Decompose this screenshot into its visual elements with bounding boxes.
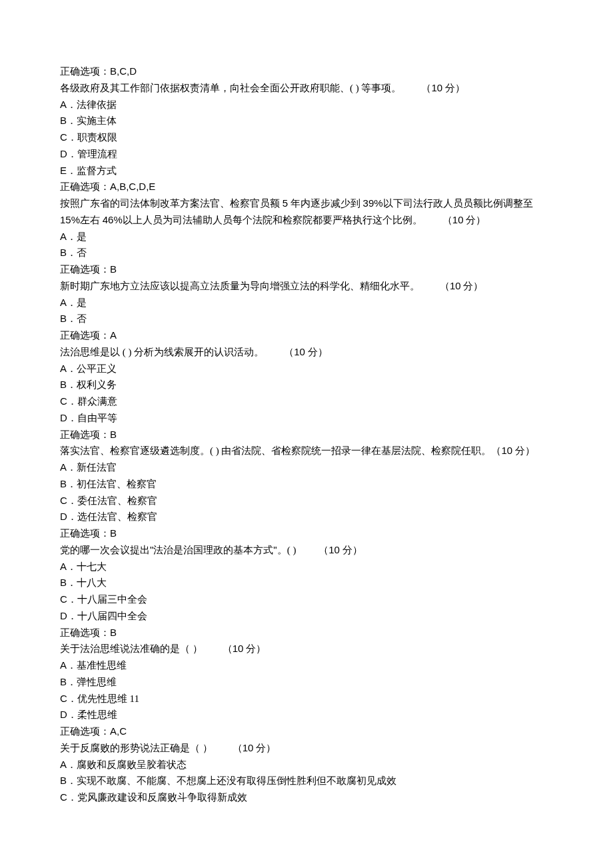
answer-value: A: [110, 329, 117, 341]
option-c: C．委任法官、检察官: [60, 493, 553, 509]
answer-value: B: [110, 627, 117, 638]
question-block: 党的哪一次会议提出"法治是治国理政的基本方式"。( ) （10 分） A．十七大…: [60, 542, 553, 641]
option-a: A．是: [60, 295, 553, 311]
answer-value: B: [110, 527, 117, 539]
option-a: A．新任法官: [60, 459, 553, 476]
option-a: A．十七大: [60, 559, 553, 575]
answer-line: 正确选项：B,C,D: [60, 63, 553, 80]
option-b: B．十八大: [60, 575, 553, 591]
answer-value: B,C,D: [110, 65, 137, 77]
answer-value: B: [110, 263, 117, 275]
question-block: 落实法官、检察官逐级遴选制度。( ) 由省法院、省检察院统一招录一律在基层法院、…: [60, 443, 553, 542]
question-block: 法治思维是以 ( ) 分析为线索展开的认识活动。 （10 分） A．公平正义 B…: [60, 344, 553, 443]
option-a: A．基准性思维: [60, 657, 553, 674]
option-b: B．权利义务: [60, 377, 553, 393]
answer-line: 正确选项：A,C: [60, 723, 553, 740]
option-b: B．否: [60, 245, 553, 261]
question-text: 党的哪一次会议提出"法治是治国理政的基本方式"。( ) （10 分）: [60, 542, 553, 559]
question-text: 法治思维是以 ( ) 分析为线索展开的认识活动。 （10 分）: [60, 344, 553, 361]
option-a: A．公平正义: [60, 361, 553, 377]
option-a: A．是: [60, 229, 553, 245]
option-c: C．优先性思维 11: [60, 691, 553, 707]
document-content: 正确选项：B,C,D 各级政府及其工作部门依据权责清单，向社会全面公开政府职能、…: [60, 63, 553, 806]
question-block: 按照广东省的司法体制改革方案法官、检察官员额 5 年内逐步减少到 39%以下司法…: [60, 195, 553, 278]
option-b: B．初任法官、检察官: [60, 476, 553, 493]
answer-value: B: [110, 429, 117, 440]
answer-line: 正确选项：B: [60, 261, 553, 278]
question-block: 新时期广东地方立法应该以提高立法质量为导向增强立法的科学化、精细化水平。 （10…: [60, 278, 553, 344]
option-d: D．选任法官、检察官: [60, 509, 553, 525]
answer-line: 正确选项：B: [60, 625, 553, 641]
option-e: E．监督方式: [60, 163, 553, 179]
option-b: B．弹性思维: [60, 674, 553, 691]
answer-line: 正确选项：B: [60, 525, 553, 542]
option-a: A．腐败和反腐败呈胶着状态: [60, 757, 553, 773]
question-text: 关于反腐败的形势说法正确是（ ） （10 分）: [60, 740, 553, 757]
answer-line: 正确选项：B: [60, 427, 553, 443]
question-text: 各级政府及其工作部门依据权责清单，向社会全面公开政府职能、( ) 等事项。 （1…: [60, 80, 553, 97]
answer-line: 正确选项：A: [60, 327, 553, 344]
answer-line: 正确选项：A,B,C,D,E: [60, 179, 553, 195]
answer-value: A,B,C,D,E: [110, 181, 155, 192]
answer-value: A,C: [110, 725, 127, 737]
question-text: 关于法治思维说法准确的是（ ） （10 分）: [60, 641, 553, 657]
option-d: D．柔性思维: [60, 707, 553, 723]
option-c: C．党风廉政建设和反腐败斗争取得新成效: [60, 789, 553, 806]
option-b: B．实施主体: [60, 113, 553, 129]
question-text: 落实法官、检察官逐级遴选制度。( ) 由省法院、省检察院统一招录一律在基层法院、…: [60, 443, 553, 459]
option-c: C．十八届三中全会: [60, 591, 553, 608]
option-c: C．职责权限: [60, 129, 553, 146]
option-d: D．十八届四中全会: [60, 608, 553, 625]
question-text: 按照广东省的司法体制改革方案法官、检察官员额 5 年内逐步减少到 39%以下司法…: [60, 195, 553, 229]
option-c: C．群众满意: [60, 393, 553, 410]
question-block: 正确选项：B,C,D 各级政府及其工作部门依据权责清单，向社会全面公开政府职能、…: [60, 63, 553, 195]
option-b: B．实现不敢腐、不能腐、不想腐上还没有取得压倒性胜利但不敢腐初见成效: [60, 773, 553, 789]
question-block: 关于反腐败的形势说法正确是（ ） （10 分） A．腐败和反腐败呈胶着状态 B．…: [60, 740, 553, 806]
question-text: 新时期广东地方立法应该以提高立法质量为导向增强立法的科学化、精细化水平。 （10…: [60, 278, 553, 295]
option-d: D．管理流程: [60, 146, 553, 163]
question-block: 关于法治思维说法准确的是（ ） （10 分） A．基准性思维 B．弹性思维 C．…: [60, 641, 553, 740]
option-b: B．否: [60, 311, 553, 327]
option-a: A．法律依据: [60, 97, 553, 113]
option-d: D．自由平等: [60, 410, 553, 427]
